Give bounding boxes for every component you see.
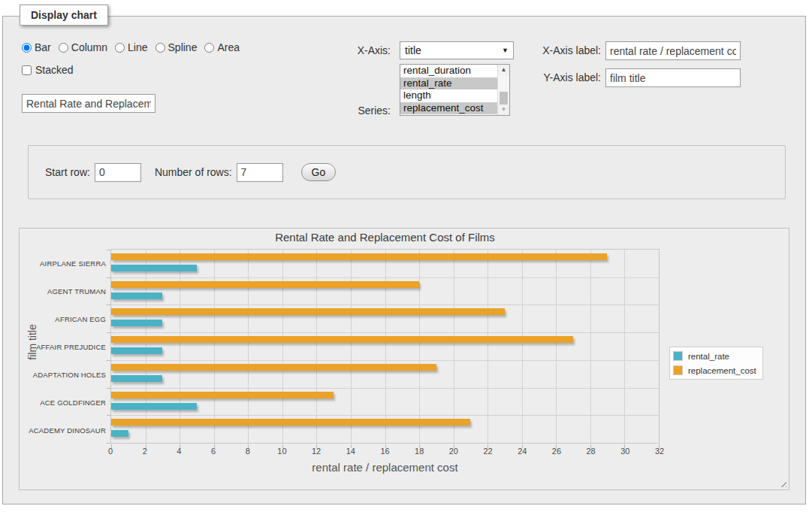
chart-type-label: Bar bbox=[35, 41, 51, 53]
axis-tick bbox=[107, 443, 110, 444]
bar-rental_rate bbox=[111, 347, 162, 354]
chart-row bbox=[111, 277, 659, 305]
bar-rental_rate bbox=[111, 375, 162, 382]
axis-tick bbox=[107, 388, 110, 389]
bar-rental_rate bbox=[111, 320, 162, 326]
y-category-label: ADAPTATION HOLES bbox=[20, 371, 106, 379]
chart-type-radio-bar[interactable] bbox=[22, 43, 32, 53]
legend-label: replacement_cost bbox=[688, 366, 756, 375]
axis-tick bbox=[107, 415, 110, 416]
legend-label: rental_rate bbox=[688, 352, 729, 361]
bar-replacement_cost bbox=[111, 281, 419, 288]
chart-type-radio-group: BarColumnLineSplineArea bbox=[22, 41, 247, 53]
axis-tick bbox=[107, 360, 110, 361]
y-category-label: AFFAIR PREJUDICE bbox=[20, 343, 106, 351]
chart-type-label: Area bbox=[217, 41, 240, 53]
x-axis-select-value: title bbox=[405, 44, 421, 56]
axis-tick bbox=[107, 250, 110, 250]
x-axis-label-input[interactable] bbox=[605, 41, 741, 60]
chart-row bbox=[111, 304, 659, 332]
bar-rental_rate bbox=[111, 265, 197, 271]
x-tick-label: 10 bbox=[270, 447, 293, 456]
legend-swatch bbox=[673, 351, 683, 361]
num-rows-input[interactable] bbox=[237, 163, 283, 182]
chart-type-radio-spline[interactable] bbox=[155, 43, 165, 53]
stacked-checkbox[interactable] bbox=[22, 65, 32, 75]
resize-handle[interactable] bbox=[778, 479, 786, 487]
chart-type-option-column[interactable]: Column bbox=[59, 41, 107, 53]
series-label: Series: bbox=[315, 105, 391, 117]
series-option-rental_rate[interactable]: rental_rate bbox=[400, 77, 497, 90]
chart-row bbox=[111, 388, 659, 416]
bar-rental_rate bbox=[111, 430, 128, 437]
x-tick-label: 0 bbox=[99, 447, 122, 456]
x-tick-label: 18 bbox=[408, 447, 430, 456]
bar-replacement_cost bbox=[111, 308, 505, 315]
x-tick-label: 32 bbox=[648, 447, 671, 456]
legend-item: replacement_cost bbox=[672, 363, 756, 377]
chart-type-option-bar[interactable]: Bar bbox=[22, 41, 51, 53]
series-multiselect[interactable]: rental_durationrental_ratelengthreplacem… bbox=[400, 64, 510, 116]
x-tick-label: 20 bbox=[442, 447, 465, 456]
chart-x-axis-title: rental rate / replacement cost bbox=[110, 461, 660, 474]
scrollbar-thumb[interactable] bbox=[500, 92, 508, 105]
x-tick-label: 14 bbox=[340, 447, 362, 456]
series-option-replacement_cost[interactable]: replacement_cost bbox=[400, 102, 497, 115]
chart-type-option-line[interactable]: Line bbox=[115, 41, 147, 53]
chart-type-option-area[interactable]: Area bbox=[204, 41, 240, 53]
chart-plot-area bbox=[110, 249, 660, 444]
x-tick-label: 22 bbox=[477, 447, 500, 456]
x-tick-label: 6 bbox=[202, 447, 225, 456]
y-category-label: ACE GOLDFINGER bbox=[20, 398, 106, 407]
x-tick-label: 28 bbox=[580, 447, 602, 456]
chart-type-radio-column[interactable] bbox=[59, 43, 68, 53]
chart-legend: rental_ratereplacement_cost bbox=[669, 347, 763, 380]
chart-row bbox=[111, 250, 659, 277]
rows-panel: Start row: Number of rows: Go bbox=[28, 145, 786, 199]
x-tick-label: 2 bbox=[134, 447, 156, 456]
bar-replacement_cost bbox=[111, 419, 470, 426]
legend-item: rental_rate bbox=[672, 349, 756, 363]
axis-tick bbox=[107, 304, 110, 305]
series-option-length[interactable]: length bbox=[400, 89, 497, 102]
series-scrollbar[interactable]: ▲ ▼ bbox=[497, 65, 509, 115]
x-axis-select[interactable]: title ▼ bbox=[400, 41, 514, 59]
chart-type-label: Spline bbox=[168, 41, 198, 53]
scroll-down-icon[interactable]: ▼ bbox=[498, 105, 509, 115]
chart-row bbox=[111, 360, 659, 388]
x-tick-label: 12 bbox=[305, 447, 328, 456]
chevron-down-icon: ▼ bbox=[502, 47, 509, 54]
series-option-rental_duration[interactable]: rental_duration bbox=[400, 65, 497, 77]
y-category-label: AGENT TRUMAN bbox=[20, 287, 106, 295]
bar-rental_rate bbox=[111, 403, 197, 410]
x-tick-label: 4 bbox=[168, 447, 190, 456]
chart-type-option-spline[interactable]: Spline bbox=[155, 41, 198, 53]
num-rows-label: Number of rows: bbox=[155, 166, 232, 178]
bar-rental_rate bbox=[111, 292, 162, 299]
series-options: rental_durationrental_ratelengthreplacem… bbox=[400, 65, 497, 115]
chart-builder-page: Display chart BarColumnLineSplineArea St… bbox=[0, 0, 812, 512]
x-axis-label-field-label: X-Axis label: bbox=[526, 44, 601, 56]
chart-title-input[interactable] bbox=[22, 94, 155, 113]
scroll-up-icon[interactable]: ▲ bbox=[498, 65, 509, 75]
x-tick-label: 26 bbox=[545, 447, 568, 456]
start-row-label: Start row: bbox=[45, 166, 90, 178]
bar-replacement_cost bbox=[111, 364, 436, 371]
go-button[interactable]: Go bbox=[301, 163, 337, 181]
chart-row bbox=[111, 415, 659, 443]
y-axis-label-input[interactable] bbox=[605, 68, 741, 87]
x-axis-select-label: X-Axis: bbox=[315, 44, 391, 56]
start-row-input[interactable] bbox=[95, 163, 141, 182]
chart-container: Rental Rate and Replacement Cost of Film… bbox=[19, 228, 789, 490]
chart-type-label: Column bbox=[71, 41, 107, 53]
y-category-label: ACADEMY DINOSAUR bbox=[20, 426, 106, 435]
chart-type-radio-area[interactable] bbox=[204, 43, 214, 53]
chart-type-label: Line bbox=[128, 41, 147, 53]
axis-tick bbox=[107, 277, 110, 278]
axis-tick bbox=[107, 332, 110, 333]
stacked-row: Stacked bbox=[22, 64, 74, 76]
chart-type-radio-line[interactable] bbox=[115, 43, 125, 53]
x-tick-label: 8 bbox=[237, 447, 259, 456]
bar-replacement_cost bbox=[111, 336, 573, 343]
y-category-label: AFRICAN EGG bbox=[20, 315, 106, 323]
